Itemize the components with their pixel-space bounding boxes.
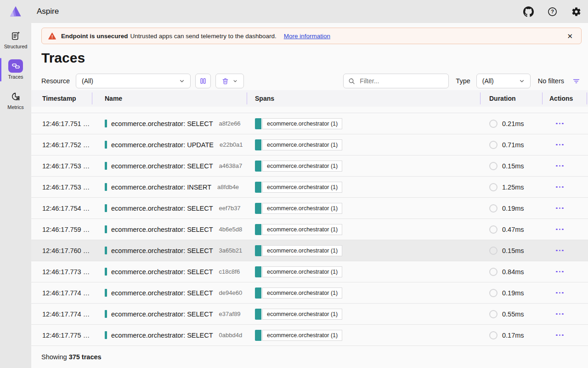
table-row[interactable]: 12:46:17.753 … ecommerce.orchestrator: I… bbox=[31, 177, 588, 198]
trace-duration-cell: 0.47ms bbox=[480, 219, 542, 240]
resource-color-bar bbox=[105, 120, 107, 127]
span-resource-color bbox=[255, 330, 261, 341]
table-row[interactable]: 12:46:17.774 … ecommerce.orchestrator: S… bbox=[31, 304, 588, 325]
trace-spans-cell: ecommerce.orchestrator (1) bbox=[247, 325, 480, 345]
traces-icon bbox=[8, 59, 23, 73]
showing-label: Showing bbox=[41, 353, 67, 361]
page-title: Traces bbox=[41, 50, 588, 66]
unsecured-endpoint-banner: Endpoint is unsecured Untrusted apps can… bbox=[41, 28, 582, 44]
trace-duration: 0.55ms bbox=[502, 310, 524, 318]
span-resource-color bbox=[255, 203, 261, 214]
row-actions-ellipsis-icon[interactable] bbox=[554, 206, 565, 211]
trace-spans-cell: ecommerce.orchestrator (1) bbox=[247, 282, 480, 303]
github-icon[interactable] bbox=[523, 6, 534, 17]
trace-name: ecommerce.orchestrator: SELECT bbox=[111, 120, 213, 127]
row-actions-ellipsis-icon[interactable] bbox=[554, 163, 565, 169]
span-badge: ecommerce.orchestrator (1) bbox=[255, 330, 342, 341]
span-badge: ecommerce.orchestrator (1) bbox=[255, 224, 342, 235]
search-icon bbox=[348, 77, 356, 85]
table-row[interactable]: 12:46:17.774 … ecommerce.orchestrator: S… bbox=[31, 282, 588, 304]
span-label: ecommerce.orchestrator (1) bbox=[262, 330, 342, 341]
trace-name: ecommerce.orchestrator: SELECT bbox=[111, 310, 213, 318]
trace-spans-cell: ecommerce.orchestrator (1) bbox=[247, 198, 480, 218]
span-badge: ecommerce.orchestrator (1) bbox=[255, 203, 342, 214]
metrics-icon bbox=[8, 90, 23, 103]
column-header-duration: Duration bbox=[480, 90, 542, 107]
trace-name: ecommerce.orchestrator: SELECT bbox=[111, 289, 213, 297]
warning-icon bbox=[48, 32, 57, 40]
banner-close-icon[interactable]: ✕ bbox=[565, 32, 575, 40]
add-filter-button[interactable] bbox=[571, 75, 582, 86]
duration-ring-icon bbox=[489, 162, 498, 170]
resource-color-bar bbox=[105, 331, 107, 339]
resource-color-bar bbox=[105, 225, 107, 233]
filter-input[interactable] bbox=[359, 77, 437, 85]
span-badge: ecommerce.orchestrator (1) bbox=[255, 245, 342, 256]
trace-duration-cell: 0.71ms bbox=[480, 134, 542, 155]
table-row[interactable]: 12:46:17.759 … ecommerce.orchestrator: S… bbox=[31, 219, 588, 240]
sidebar-item-structured[interactable]: Structured bbox=[0, 26, 31, 53]
trace-name-cell: ecommerce.orchestrator: SELECT a4638a7 bbox=[92, 155, 247, 176]
pause-button[interactable] bbox=[195, 74, 211, 88]
trace-name: ecommerce.orchestrator: SELECT bbox=[111, 162, 213, 170]
trace-timestamp: 12:46:17.753 … bbox=[31, 155, 92, 176]
table-row[interactable]: 12:46:17.753 … ecommerce.orchestrator: S… bbox=[31, 155, 588, 177]
help-icon[interactable]: ? bbox=[547, 6, 558, 17]
span-resource-color bbox=[255, 161, 261, 172]
span-badge: ecommerce.orchestrator (1) bbox=[255, 309, 342, 320]
trace-timestamp: 12:46:17.752 … bbox=[31, 134, 92, 155]
resource-select[interactable]: (All) bbox=[76, 74, 191, 88]
table-footer: Showing 375 traces bbox=[31, 346, 588, 368]
row-actions-ellipsis-icon[interactable] bbox=[554, 333, 565, 338]
banner-title: Endpoint is unsecured bbox=[61, 33, 128, 40]
pause-icon bbox=[199, 77, 207, 85]
table-row[interactable]: 12:46:17.752 … ecommerce.orchestrator: U… bbox=[31, 134, 588, 155]
table-row[interactable]: 12:46:17.775 … ecommerce.orchestrator: S… bbox=[31, 325, 588, 346]
row-actions-ellipsis-icon[interactable] bbox=[554, 121, 565, 126]
row-actions-ellipsis-icon[interactable] bbox=[554, 269, 565, 275]
trace-timestamp: 12:46:17.751 … bbox=[31, 113, 92, 134]
span-label: ecommerce.orchestrator (1) bbox=[262, 288, 342, 299]
trace-name-cell: ecommerce.orchestrator: SELECT a8f2e66 bbox=[92, 113, 247, 134]
row-actions-ellipsis-icon[interactable] bbox=[554, 227, 565, 232]
type-select[interactable]: (All) bbox=[476, 74, 531, 88]
trace-name: ecommerce.orchestrator: SELECT bbox=[111, 205, 213, 212]
row-actions-ellipsis-icon[interactable] bbox=[554, 311, 565, 317]
sidebar-item-metrics[interactable]: Metrics bbox=[0, 86, 31, 114]
trace-actions-cell bbox=[542, 282, 588, 303]
more-information-link[interactable]: More information bbox=[284, 33, 330, 40]
table-row[interactable]: 12:46:17.754 … ecommerce.orchestrator: S… bbox=[31, 198, 588, 219]
filter-search-box[interactable] bbox=[343, 74, 449, 88]
trace-actions-cell bbox=[542, 134, 588, 155]
filter-icon bbox=[572, 77, 581, 86]
traces-toolbar: Resource (All) Type (All) No filter bbox=[41, 74, 582, 88]
trace-name: ecommerce.orchestrator: INSERT bbox=[111, 184, 211, 191]
table-row[interactable]: 12:46:17.751 … ecommerce.orchestrator: S… bbox=[31, 113, 588, 134]
sidebar-item-traces[interactable]: Traces bbox=[0, 56, 31, 83]
span-label: ecommerce.orchestrator (1) bbox=[262, 182, 342, 193]
trace-name-cell: ecommerce.orchestrator: SELECT e37af89 bbox=[92, 304, 247, 324]
row-actions-ellipsis-icon[interactable] bbox=[554, 184, 565, 190]
trace-id: 4b6e5d8 bbox=[219, 226, 243, 233]
trace-duration-cell: 0.55ms bbox=[480, 304, 542, 324]
app-title: Aspire bbox=[37, 7, 59, 16]
table-row[interactable]: 12:46:17.760 … ecommerce.orchestrator: S… bbox=[31, 240, 588, 261]
row-actions-ellipsis-icon[interactable] bbox=[554, 290, 565, 296]
trash-icon bbox=[221, 77, 229, 85]
span-label: ecommerce.orchestrator (1) bbox=[262, 224, 342, 235]
trace-name: ecommerce.orchestrator: UPDATE bbox=[111, 141, 214, 149]
clear-traces-button[interactable] bbox=[215, 74, 244, 88]
trace-duration: 0.15ms bbox=[502, 162, 524, 170]
trace-name-cell: ecommerce.orchestrator: UPDATE e22b0a1 bbox=[92, 134, 247, 155]
row-actions-ellipsis-icon[interactable] bbox=[554, 142, 565, 148]
row-actions-ellipsis-icon[interactable] bbox=[554, 248, 565, 253]
trace-duration: 1.25ms bbox=[502, 184, 524, 191]
duration-ring-icon bbox=[489, 289, 498, 297]
trace-id: de94e60 bbox=[219, 289, 243, 296]
trace-id: 0abbd4d bbox=[219, 332, 243, 339]
settings-gear-icon[interactable] bbox=[571, 6, 582, 17]
trace-rows: 12:46:17.751 … ecommerce.orchestrator: S… bbox=[31, 113, 588, 346]
table-row[interactable]: 12:46:17.773 … ecommerce.orchestrator: S… bbox=[31, 261, 588, 282]
chevron-down-icon bbox=[518, 77, 526, 85]
resource-color-bar bbox=[105, 268, 107, 276]
